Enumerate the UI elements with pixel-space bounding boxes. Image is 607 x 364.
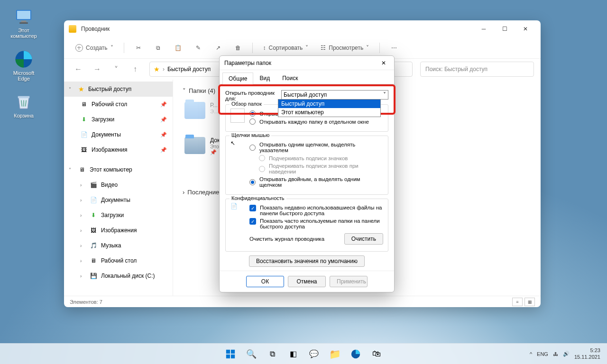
open-for-select[interactable]: Быстрый доступ ˅	[281, 90, 388, 100]
pin-icon: 📌	[160, 117, 167, 123]
dialog-titlebar[interactable]: Параметры папок ✕	[220, 56, 394, 70]
chevron-down-icon: ˅	[69, 167, 74, 173]
tray-chevron-icon[interactable]: ^	[530, 351, 532, 357]
restore-defaults-button[interactable]: Восстановить значения по умолчанию	[249, 255, 365, 267]
copy-button[interactable]: ⧉	[150, 40, 167, 55]
ok-button[interactable]: ОК	[246, 276, 284, 287]
titlebar[interactable]: Проводник ─ ☐ ✕	[64, 20, 541, 37]
disk-icon: 💾	[90, 272, 97, 280]
folder-preview-icon	[230, 109, 245, 123]
desktop-icon-this-pc[interactable]: Этот компьютер	[5, 5, 43, 41]
recycle-bin-icon	[14, 92, 34, 112]
desktop-icons: Этот компьютер Microsoft Edge Корзина	[5, 5, 43, 127]
desktop-icon-recycle-bin[interactable]: Корзина	[5, 90, 43, 120]
new-button[interactable]: Создать˅	[71, 40, 118, 55]
explorer-icon	[69, 25, 76, 33]
chat-button[interactable]: 💬	[305, 345, 323, 363]
open-for-dropdown[interactable]: Быстрый доступ Этот компьютер	[278, 99, 381, 117]
pin-icon: 📌	[160, 101, 167, 108]
radio-underline-always[interactable]	[259, 155, 265, 161]
clock[interactable]: 5:23 15.11.2021	[574, 347, 600, 360]
downloads-icon: ⬇	[80, 116, 88, 123]
sidebar-item-this-pc[interactable]: ˅ 🖥 Этот компьютер	[64, 162, 173, 177]
sidebar-item-disk-c[interactable]: ›💾Локальный диск (C:)	[64, 268, 173, 283]
folder-icon	[184, 137, 205, 154]
volume-icon[interactable]: 🔊	[563, 351, 570, 357]
delete-button[interactable]: 🗑	[230, 40, 247, 55]
sort-button[interactable]: ↕Сортировать˅	[258, 40, 313, 55]
view-button[interactable]: ☷Просмотреть˅	[316, 40, 374, 55]
chevron-down-icon: ˅	[183, 87, 186, 94]
radio-same-window[interactable]	[249, 110, 256, 117]
sidebar-item-downloads[interactable]: ⬇Загрузки📌	[64, 112, 173, 127]
sidebar[interactable]: ˅ ★ Быстрый доступ 🖥Рабочий стол📌 ⬇Загру…	[64, 80, 173, 296]
edge-icon	[14, 49, 34, 69]
desktop-icon: 🖥	[80, 100, 88, 108]
view-icon: ☷	[321, 45, 326, 51]
sidebar-item-music[interactable]: ›🎵Музыка	[64, 238, 173, 253]
sidebar-item-quick-access[interactable]: ˅ ★ Быстрый доступ	[64, 82, 173, 97]
search-input[interactable]: Поиск: Быстрый доступ	[420, 62, 534, 77]
sidebar-item-downloads2[interactable]: ›⬇Загрузки	[64, 208, 173, 223]
tab-view[interactable]: Вид	[253, 72, 276, 84]
task-view-button[interactable]: ⧉	[263, 345, 281, 363]
task-view-icon: ⧉	[270, 350, 275, 358]
explorer-taskbar-button[interactable]: 📁	[326, 345, 344, 363]
up-button[interactable]: ↑	[128, 62, 143, 77]
dropdown-option-quick-access[interactable]: Быстрый доступ	[278, 100, 380, 108]
details-view-button[interactable]: ≡	[512, 298, 523, 306]
back-button[interactable]: ←	[71, 62, 86, 77]
sidebar-item-videos[interactable]: ›🎬Видео	[64, 177, 173, 192]
sidebar-item-documents2[interactable]: ›📄Документы	[64, 192, 173, 208]
language-indicator[interactable]: ENG	[537, 351, 548, 357]
clear-button[interactable]: Очистить	[344, 233, 383, 245]
privacy-icon: 📄	[230, 203, 245, 217]
start-button[interactable]	[221, 345, 239, 363]
share-button[interactable]: ↗	[210, 40, 227, 55]
folder-options-dialog: Параметры папок ✕ Общие Вид Поиск Открыт…	[219, 55, 395, 292]
store-taskbar-button[interactable]: 🛍	[368, 345, 386, 363]
radio-double-click[interactable]	[249, 179, 256, 185]
edge-taskbar-button[interactable]	[347, 345, 365, 363]
clicks-legend: Щелчки мышью	[230, 132, 271, 138]
svg-rect-9	[231, 354, 235, 358]
desktop-icon-edge[interactable]: Microsoft Edge	[5, 47, 43, 83]
sidebar-item-documents[interactable]: 📄Документы📌	[64, 127, 173, 142]
close-button[interactable]: ✕	[515, 21, 536, 36]
checkbox-frequent-folders[interactable]: ✓	[249, 218, 256, 225]
cancel-button[interactable]: Отмена	[288, 276, 326, 287]
minimize-button[interactable]: ─	[473, 21, 494, 36]
tab-general[interactable]: Общие	[222, 73, 253, 84]
search-icon: 🔍	[246, 349, 257, 359]
dropdown-option-this-pc[interactable]: Этот компьютер	[278, 108, 380, 117]
tab-search[interactable]: Поиск	[276, 72, 304, 84]
breadcrumb[interactable]: Быстрый доступ	[167, 66, 211, 73]
rename-button[interactable]: ✎	[190, 40, 207, 55]
radio-single-click[interactable]	[249, 145, 256, 151]
sidebar-item-desktop[interactable]: 🖥Рабочий стол📌	[64, 97, 173, 112]
search-button[interactable]: 🔍	[242, 345, 260, 363]
maximize-button[interactable]: ☐	[494, 21, 515, 36]
chevron-right-icon: ›	[183, 189, 184, 196]
paste-button[interactable]: 📋	[170, 40, 187, 55]
radio-underline-hover[interactable]	[259, 166, 265, 172]
sidebar-item-pictures2[interactable]: ›🖼Изображения	[64, 223, 173, 238]
network-icon[interactable]: 🖧	[553, 351, 558, 357]
radio-separate-window[interactable]	[249, 118, 256, 125]
svg-rect-1	[17, 11, 30, 19]
cut-button[interactable]: ✂	[130, 40, 147, 55]
forward-button[interactable]: →	[90, 62, 105, 77]
svg-rect-3	[19, 22, 28, 24]
large-icons-view-button[interactable]: ▦	[524, 298, 535, 306]
system-tray: ^ ENG 🖧 🔊 5:23 15.11.2021	[530, 347, 607, 360]
copy-icon: ⧉	[156, 45, 160, 51]
widgets-button[interactable]: ◧	[284, 345, 302, 363]
sidebar-item-desktop2[interactable]: ›🖥Рабочий стол	[64, 253, 173, 268]
recent-button[interactable]: ˅	[109, 62, 124, 77]
sidebar-item-pictures[interactable]: 🖼Изображения📌	[64, 142, 173, 157]
chevron-down-icon: ˅	[305, 45, 308, 51]
more-button[interactable]: ⋯	[386, 40, 403, 55]
apply-button[interactable]: Применить	[330, 276, 368, 287]
checkbox-recent-files[interactable]: ✓	[249, 205, 256, 211]
close-icon[interactable]: ✕	[378, 60, 389, 66]
